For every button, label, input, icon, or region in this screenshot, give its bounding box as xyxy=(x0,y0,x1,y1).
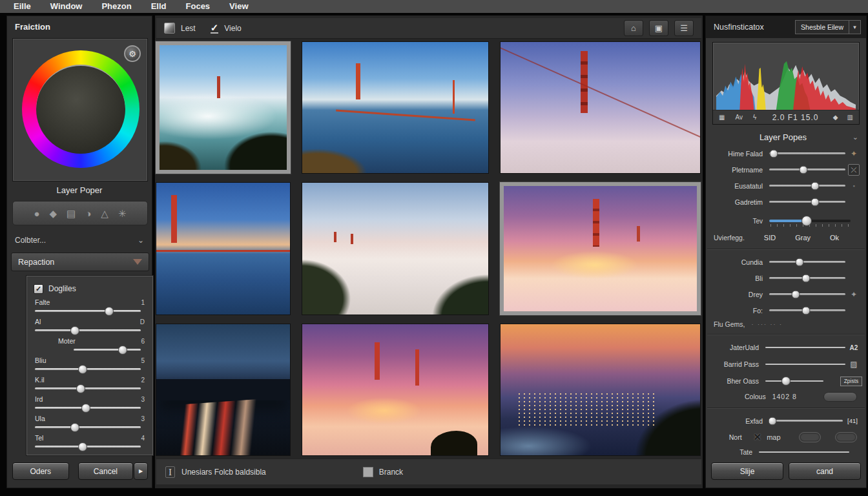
layer-popes-section-header[interactable]: Layer Popes ⌄ xyxy=(706,129,866,145)
nort-option-button[interactable] xyxy=(799,432,821,442)
profile-option-sid[interactable]: SID xyxy=(764,234,776,242)
menu-item[interactable]: Elld xyxy=(141,0,176,13)
slider-track[interactable] xyxy=(769,420,843,422)
grid-icon[interactable]: ▦ xyxy=(719,114,725,121)
menu-item[interactable]: Window xyxy=(41,0,92,13)
photo-thumbnail[interactable] xyxy=(156,324,291,456)
slider-thumb[interactable] xyxy=(800,165,808,174)
brush-icon[interactable]: ◆ xyxy=(50,209,57,218)
slider-thumb[interactable] xyxy=(781,377,790,386)
slider-thumb[interactable] xyxy=(811,181,819,190)
slider-thumb[interactable] xyxy=(796,258,804,266)
nort-option-button[interactable] xyxy=(835,432,857,442)
slider-thumb[interactable] xyxy=(105,307,114,316)
slider-thumb[interactable] xyxy=(78,442,87,451)
photo-thumbnail[interactable] xyxy=(302,182,489,315)
collapse-section-row[interactable]: Colbter... ⌄ xyxy=(15,236,144,245)
profile-option-ok[interactable]: Ok xyxy=(830,234,839,242)
photo-thumbnail[interactable] xyxy=(156,182,291,315)
slider-thumb[interactable] xyxy=(801,216,812,226)
photo-thumbnail[interactable] xyxy=(156,41,291,174)
tate-track[interactable] xyxy=(759,451,849,453)
menu-item[interactable]: Eille xyxy=(4,0,41,13)
menu-item[interactable]: Foces xyxy=(176,0,220,13)
color-wheel[interactable] xyxy=(22,50,140,168)
vielo-check-icon[interactable]: ✓ xyxy=(211,23,219,34)
slider-track[interactable] xyxy=(769,309,845,311)
slider-track[interactable] xyxy=(35,368,141,370)
triangle-icon[interactable]: △ xyxy=(101,209,108,218)
slider-track[interactable] xyxy=(769,261,845,263)
cancel-arrow-button[interactable]: ▶ xyxy=(134,462,148,480)
slider-thumb[interactable] xyxy=(70,326,79,335)
slider-thumb[interactable] xyxy=(76,384,85,393)
x-icon[interactable]: ✕ xyxy=(754,431,762,443)
colors-action-button[interactable] xyxy=(823,392,857,402)
slider-track[interactable] xyxy=(769,293,845,295)
doc-icon[interactable]: ▤ xyxy=(67,209,76,218)
photo-thumbnail[interactable] xyxy=(302,324,489,456)
slider-track[interactable] xyxy=(74,349,141,351)
cand-button[interactable]: cand xyxy=(789,462,861,480)
oders-button[interactable]: Oders xyxy=(12,462,69,480)
lest-toggle-icon[interactable] xyxy=(164,23,175,34)
tev-slider-track[interactable] xyxy=(769,220,851,222)
slider-thumb[interactable] xyxy=(78,365,87,374)
menu-item[interactable]: Phezon xyxy=(92,0,141,13)
spray-icon[interactable]: ✳ xyxy=(118,209,127,218)
slider-thumb[interactable] xyxy=(811,198,819,206)
mask-icon[interactable]: ◑ xyxy=(85,209,91,218)
slider-track[interactable] xyxy=(769,185,845,187)
slider-track[interactable] xyxy=(35,310,141,312)
slider-thumb[interactable] xyxy=(770,149,778,158)
profile-option-gray[interactable]: Gray xyxy=(795,234,811,242)
av-icon[interactable]: Av xyxy=(735,114,743,121)
detail-track[interactable] xyxy=(765,364,845,365)
slider-thumb[interactable] xyxy=(801,274,810,282)
slider-track[interactable] xyxy=(35,388,141,389)
slider-thumb[interactable] xyxy=(792,290,800,298)
slider-thumb[interactable] xyxy=(81,404,90,413)
detail-track[interactable] xyxy=(765,347,845,348)
dogliles-checkbox-row[interactable]: ✓ Dogliles xyxy=(34,282,146,296)
preset-dropdown[interactable]: Shesble Eilew ▼ xyxy=(795,20,861,34)
stamp-icon[interactable]: ▨ xyxy=(845,360,862,369)
flash-icon[interactable]: ϟ xyxy=(753,114,756,121)
repaction-dropdown[interactable]: Repaction xyxy=(11,253,149,271)
slider-thumb[interactable] xyxy=(801,306,810,315)
diamond-icon[interactable]: ◆ xyxy=(833,114,838,121)
slider-track[interactable] xyxy=(35,329,141,331)
star-icon[interactable]: ✦ xyxy=(845,290,862,299)
image-icon[interactable]: ▣ xyxy=(649,20,668,36)
slider-track[interactable] xyxy=(769,277,845,279)
house-icon[interactable]: ⌂ xyxy=(624,20,643,36)
slider-track[interactable] xyxy=(35,426,141,428)
slider-thumb[interactable] xyxy=(768,417,776,425)
dot-icon[interactable]: ▪ xyxy=(845,183,862,189)
detail-mini-button[interactable]: Zpists xyxy=(840,377,862,386)
photo-thumbnail[interactable] xyxy=(500,182,701,315)
detail-track[interactable] xyxy=(765,380,823,382)
list-icon[interactable]: ☰ xyxy=(674,20,694,36)
panel-icon[interactable]: ▥ xyxy=(847,114,853,121)
checkbox-checked-icon[interactable]: ✓ xyxy=(34,284,43,294)
slider-thumb[interactable] xyxy=(118,346,127,355)
slider-track[interactable] xyxy=(35,407,141,409)
text-cursor-icon[interactable]: I xyxy=(165,466,175,478)
cross-icon[interactable]: ⤫ xyxy=(848,164,860,176)
slije-button[interactable]: Slije xyxy=(711,462,783,480)
slider-track[interactable] xyxy=(769,169,845,170)
slider-track[interactable] xyxy=(35,446,141,448)
chat-icon[interactable]: ● xyxy=(34,209,40,218)
tree-icon[interactable]: ✦ xyxy=(845,149,862,158)
slider-thumb[interactable] xyxy=(70,423,79,432)
photo-thumbnail[interactable] xyxy=(500,324,701,456)
slider-track[interactable] xyxy=(769,201,845,203)
photo-thumbnail[interactable] xyxy=(302,41,489,174)
a2-icon[interactable]: A2 xyxy=(845,344,862,351)
branck-checkbox[interactable] xyxy=(363,467,373,477)
menu-item[interactable]: View xyxy=(220,0,258,13)
slider-track[interactable] xyxy=(769,152,845,154)
photo-thumbnail[interactable] xyxy=(500,41,701,174)
cancel-button[interactable]: Cancel xyxy=(78,462,134,480)
